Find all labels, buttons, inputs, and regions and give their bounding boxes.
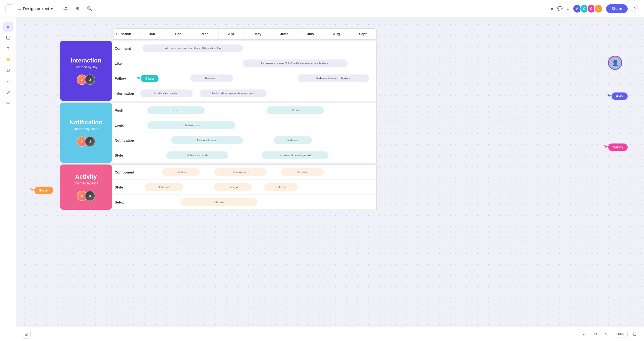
cursor-clara-label: Clara bbox=[141, 75, 159, 82]
header-aug: Aug. bbox=[324, 29, 350, 39]
tr-user-avatar: 👤 bbox=[608, 56, 622, 70]
bottombar: ⊞ ↩ ↪ ↖ 100% ⊡ bbox=[16, 327, 644, 341]
pill-style-notif-1: Notification style bbox=[166, 151, 228, 159]
row-component: Component Schedule Development Release bbox=[112, 165, 376, 180]
cells-information: Notification center Notification center … bbox=[138, 86, 376, 101]
pill-comp-1: Schedule bbox=[162, 168, 200, 176]
comment-button[interactable]: 💬 bbox=[557, 6, 563, 11]
avatar-jason2: J bbox=[85, 136, 95, 147]
label-comment: Comment bbox=[112, 46, 138, 50]
sidebar-tool-path[interactable] bbox=[3, 76, 13, 86]
pill-follow-1: Follow-up bbox=[190, 74, 233, 82]
map-button[interactable]: ⊡ bbox=[631, 330, 639, 338]
project-title: Design project bbox=[23, 6, 49, 11]
project-name[interactable]: ☁ Design project ▾ bbox=[17, 6, 53, 11]
cursor-nancy-label: Nancy bbox=[608, 143, 628, 151]
cursor-tool[interactable]: ↖ bbox=[603, 330, 610, 338]
cells-comment: Let users comment on the collaboration f… bbox=[138, 41, 376, 56]
search-button[interactable]: 🔍 bbox=[86, 5, 93, 13]
cells-component: Schedule Development Release bbox=[138, 165, 376, 180]
redo-button[interactable]: ↪ bbox=[592, 330, 600, 338]
label-follow: Follow bbox=[112, 76, 138, 80]
header-may: May bbox=[245, 29, 271, 39]
pill-style-act-2: Design bbox=[214, 183, 252, 191]
cursor-alex: Alex bbox=[607, 92, 628, 100]
pill-info-2: Notification center development bbox=[200, 89, 267, 97]
label-setup: Setup bbox=[112, 200, 138, 204]
sidebar-tool-text[interactable]: T bbox=[3, 44, 13, 53]
svg-marker-8 bbox=[604, 145, 609, 148]
sidebar-tool-sticky[interactable] bbox=[3, 55, 13, 64]
settings-button[interactable]: ⚙ bbox=[74, 5, 81, 13]
interaction-card: Interaction Charged by Jay J J bbox=[60, 41, 112, 101]
cursor-clara: Clara bbox=[136, 75, 159, 82]
interaction-subtitle: Charged by Jay bbox=[74, 65, 97, 69]
roadmap: Function Jan. Feb. Mar. Apr. May June Ju… bbox=[60, 28, 377, 210]
sidebar-tool-frame[interactable] bbox=[3, 33, 13, 43]
header-sept: Sept. bbox=[350, 29, 377, 39]
sidebar-more[interactable]: ··· bbox=[3, 327, 13, 337]
help-button[interactable]: ? bbox=[631, 5, 639, 13]
row-logic: Logic Schedule push bbox=[112, 118, 376, 133]
share-button[interactable]: Share bbox=[606, 4, 628, 13]
grid-view-button[interactable]: ⊞ bbox=[22, 330, 31, 339]
header-function: Function bbox=[114, 29, 139, 39]
sidebar-tool-menu[interactable]: ≡ bbox=[3, 22, 13, 32]
play-button[interactable]: ▶ bbox=[551, 6, 554, 11]
cursor-nancy-arrow bbox=[604, 145, 609, 150]
pill-comp-2: Development bbox=[214, 168, 267, 176]
header-july: July bbox=[297, 29, 324, 39]
pill-style-act-3: Release bbox=[264, 183, 297, 191]
sidebar-tool-shape[interactable] bbox=[3, 65, 13, 75]
row-push: Push Push Push bbox=[112, 103, 376, 118]
notification-card: Notification Charged by Jason J J bbox=[60, 103, 112, 163]
cells-setup: Schedule bbox=[138, 195, 376, 210]
cells-push: Push Push bbox=[138, 103, 376, 118]
pill-comment-1: Let users comment on the collaboration f… bbox=[142, 44, 243, 52]
cells-style-notif: Notification style Front-end development bbox=[138, 148, 376, 163]
cells-like: Let users choose "Like" with the interac… bbox=[138, 56, 376, 71]
header-feb: Feb. bbox=[166, 29, 192, 39]
cursor-alex-arrow bbox=[607, 94, 612, 99]
bottombar-right: ↩ ↪ ↖ 100% ⊡ bbox=[581, 330, 639, 338]
sidebar-tool-pen[interactable] bbox=[3, 87, 13, 97]
pill-push-1: Push bbox=[147, 106, 205, 114]
avatar-l: L bbox=[594, 4, 603, 13]
cursor-suger-label: Suger bbox=[34, 187, 53, 194]
more-button[interactable]: ⌄ bbox=[566, 6, 570, 11]
topbar-right: ▶ 💬 ⌄ A C C L Share ? bbox=[551, 4, 639, 13]
row-like: Like Let users choose "Like" with the in… bbox=[112, 56, 376, 71]
sidebar-tool-cut[interactable]: ✂ bbox=[3, 98, 13, 108]
topbar-left: ← ☁ Design project ▾ 🏷 ⚙ 🔍 bbox=[5, 4, 93, 13]
interaction-title: Interaction bbox=[71, 57, 101, 64]
svg-rect-1 bbox=[7, 58, 10, 61]
cells-style-act: Schedule Design Release bbox=[138, 180, 376, 195]
collaborator-avatars: A C C L bbox=[573, 4, 603, 13]
pill-style-notif-2: Front-end development bbox=[262, 151, 329, 159]
notification-avatars: J J bbox=[77, 136, 95, 147]
activity-subtitle: Charged by Alice bbox=[74, 181, 99, 185]
header-mar: Mar. bbox=[192, 29, 219, 39]
notification-title: Notification bbox=[70, 119, 103, 126]
notification-subtitle: Charged by Jason bbox=[73, 127, 99, 131]
zoom-level[interactable]: 100% bbox=[614, 331, 628, 337]
pill-comp-3: Release bbox=[281, 168, 324, 176]
topbar: ← ☁ Design project ▾ 🏷 ⚙ 🔍 ▶ 💬 ⌄ A C C L… bbox=[0, 0, 644, 17]
undo-button[interactable]: ↩ bbox=[581, 330, 589, 338]
pill-setup-1: Schedule bbox=[181, 198, 257, 206]
cells-notification: APP notification Release bbox=[138, 133, 376, 148]
interaction-avatars: J J bbox=[77, 74, 95, 85]
label-push: Push bbox=[112, 108, 138, 112]
tag-button[interactable]: 🏷 bbox=[62, 5, 69, 13]
cloud-icon: ☁ bbox=[17, 7, 21, 11]
row-style-notif: Style Notification style Front-end devel… bbox=[112, 148, 376, 163]
back-button[interactable]: ← bbox=[5, 4, 14, 13]
bottombar-left: ⊞ bbox=[22, 330, 31, 339]
activity-avatars: A A bbox=[77, 191, 95, 201]
svg-marker-5 bbox=[30, 188, 35, 191]
cursor-clara-arrow bbox=[136, 76, 141, 81]
label-style-notif: Style bbox=[112, 153, 138, 157]
activity-card: Activity Charged by Alice A A bbox=[60, 164, 112, 210]
section-interaction: Interaction Charged by Jay J J Comment L… bbox=[60, 41, 377, 101]
pill-notif-2: Release bbox=[274, 136, 312, 144]
